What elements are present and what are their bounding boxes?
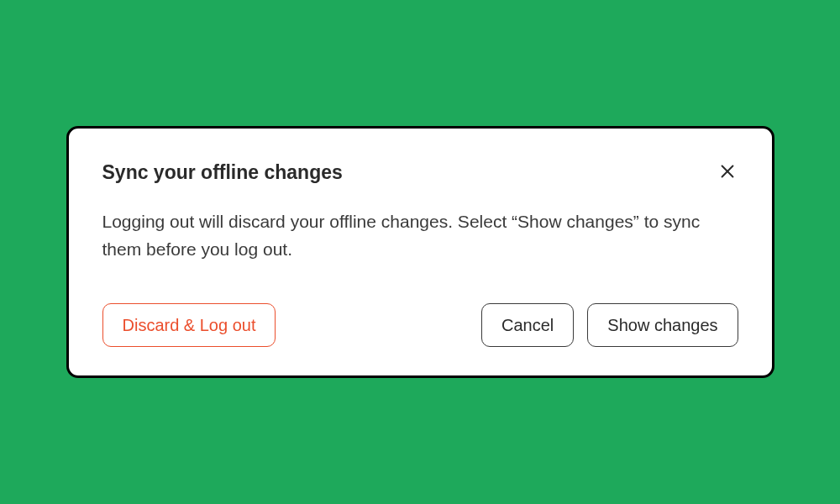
dialog-header: Sync your offline changes [102, 160, 738, 186]
close-icon [718, 162, 737, 181]
show-changes-button[interactable]: Show changes [587, 303, 738, 347]
dialog-footer-right: Cancel Show changes [481, 303, 738, 347]
dialog-body-text: Logging out will discard your offline ch… [102, 208, 724, 263]
cancel-button[interactable]: Cancel [481, 303, 574, 347]
dialog-title: Sync your offline changes [102, 160, 343, 186]
dialog-footer: Discard & Log out Cancel Show changes [102, 303, 738, 347]
discard-logout-button[interactable]: Discard & Log out [102, 303, 276, 347]
sync-changes-dialog: Sync your offline changes Logging out wi… [66, 126, 774, 379]
close-button[interactable] [717, 160, 738, 182]
